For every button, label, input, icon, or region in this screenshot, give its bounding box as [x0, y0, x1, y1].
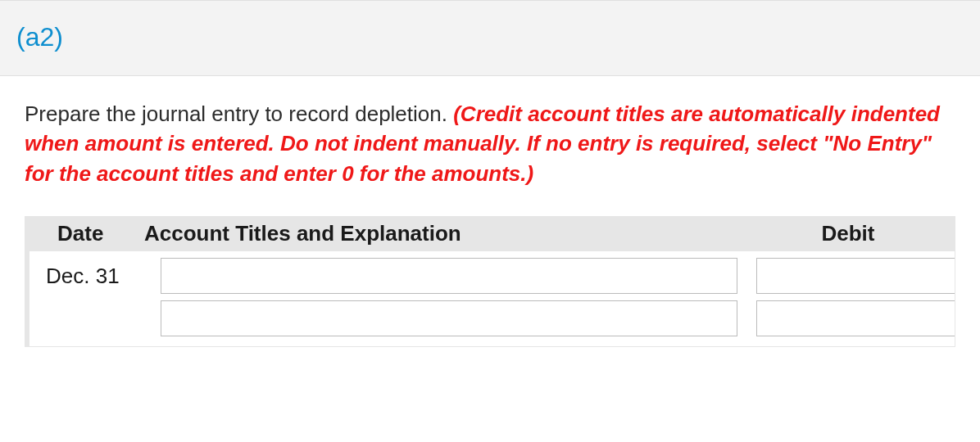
- instruction-text: Prepare the journal entry to record depl…: [25, 99, 955, 188]
- debit-amount-input[interactable]: [756, 300, 955, 336]
- account-cell: [139, 300, 742, 336]
- debit-cell: [742, 300, 955, 336]
- debit-cell: [742, 258, 955, 294]
- column-header-date: Date: [29, 221, 139, 246]
- instruction-lead: Prepare the journal entry to record depl…: [25, 101, 453, 126]
- account-title-input[interactable]: [161, 300, 737, 336]
- table-row: Dec. 31: [29, 251, 955, 294]
- content-area: Prepare the journal entry to record depl…: [0, 76, 980, 347]
- debit-amount-input[interactable]: [756, 258, 955, 294]
- journal-entry-table: Date Account Titles and Explanation Debi…: [25, 216, 955, 347]
- account-title-input[interactable]: [161, 258, 737, 294]
- date-cell: Dec. 31: [29, 264, 139, 289]
- section-header: (a2): [0, 0, 980, 76]
- column-header-account: Account Titles and Explanation: [139, 221, 742, 246]
- table-header-row: Date Account Titles and Explanation Debi…: [29, 216, 955, 251]
- column-header-debit: Debit: [742, 221, 955, 246]
- table-row: [29, 294, 955, 336]
- section-label: (a2): [16, 22, 63, 52]
- account-cell: [139, 258, 742, 294]
